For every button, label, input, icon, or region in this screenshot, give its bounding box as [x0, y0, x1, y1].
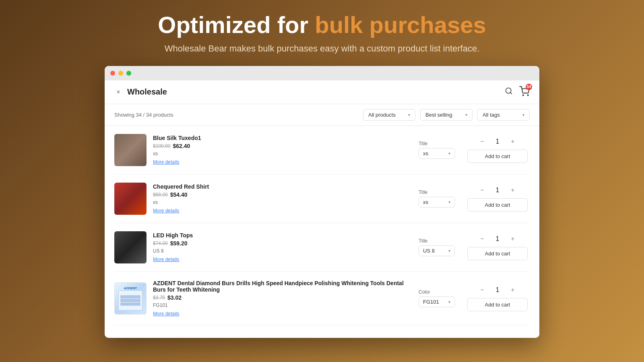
- product-pricing: $68.00 $54.40: [153, 191, 412, 198]
- product-row: Chequered Red Shirt $68.00 $54.40 xs Mor…: [114, 175, 530, 223]
- variant-select[interactable]: xs ▾: [419, 197, 455, 208]
- hero-subtitle: Wholesale Bear makes bulk purchases easy…: [158, 43, 486, 54]
- browser-dot-green[interactable]: [126, 71, 131, 76]
- qty-decrease-button[interactable]: −: [477, 234, 487, 244]
- close-button[interactable]: ×: [114, 88, 122, 96]
- hero-title: Optimized for bulk purchases: [158, 12, 486, 38]
- product-info: AZDENT Dental Diamond Burs Drills High S…: [153, 280, 412, 317]
- price-sale: $59.20: [170, 240, 188, 247]
- more-details-link[interactable]: More details: [153, 257, 179, 262]
- filter-bar: Showing 34 / 34 products All products ▾ …: [105, 104, 539, 126]
- qty-value: 1: [493, 286, 502, 294]
- variant-select[interactable]: xs ▾: [419, 148, 455, 159]
- add-to-cart-button[interactable]: Add to cart: [467, 150, 528, 163]
- best-selling-label: Best selling: [425, 112, 452, 118]
- hero-title-accent: bulk purchases: [315, 12, 486, 38]
- qty-value: 1: [493, 138, 502, 145]
- best-selling-filter[interactable]: Best selling ▾: [420, 109, 473, 121]
- add-to-cart-button[interactable]: Add to cart: [467, 247, 528, 260]
- product-name: Chequered Red Shirt: [153, 183, 412, 190]
- variant-select[interactable]: US 8 ▾: [419, 245, 455, 256]
- product-qty-cart: − 1 + Add to cart: [465, 137, 530, 163]
- variant-value: xs: [423, 199, 428, 205]
- product-row: LED High Tops $74.00 $59.20 US 8 More de…: [114, 223, 530, 272]
- cart-badge: 54: [526, 84, 532, 90]
- qty-decrease-button[interactable]: −: [477, 137, 487, 146]
- price-sale: $3.02: [167, 294, 182, 301]
- svg-point-3: [528, 95, 528, 95]
- add-to-cart-button[interactable]: Add to cart: [467, 198, 528, 212]
- product-info: LED High Tops $74.00 $59.20 US 8 More de…: [153, 232, 412, 263]
- all-products-filter[interactable]: All products ▾: [363, 109, 415, 121]
- product-info: Blue Silk Tuxedo1 $100.00 $62.40 xs More…: [153, 135, 412, 165]
- product-image: [114, 183, 147, 215]
- variant-value: xs: [423, 150, 428, 156]
- product-variant-text: xs: [153, 200, 412, 205]
- product-variant-text: xs: [153, 151, 412, 156]
- price-original: $3.75: [153, 295, 165, 300]
- add-to-cart-button[interactable]: Add to cart: [467, 298, 528, 311]
- chevron-down-icon: ▾: [408, 113, 410, 117]
- qty-increase-button[interactable]: +: [508, 285, 518, 295]
- product-name: AZDENT Dental Diamond Burs Drills High S…: [153, 280, 412, 293]
- qty-increase-button[interactable]: +: [508, 137, 518, 146]
- svg-point-2: [523, 95, 524, 95]
- all-tags-label: All tags: [483, 112, 500, 118]
- product-variant-selector: Title US 8 ▾: [419, 238, 459, 256]
- product-variant-text: US 8: [153, 248, 412, 254]
- product-qty-cart: − 1 + Add to cart: [465, 185, 530, 212]
- qty-increase-button[interactable]: +: [508, 185, 518, 195]
- app-title: Wholesale: [127, 87, 167, 97]
- variant-label: Title: [419, 189, 427, 195]
- price-original: $68.00: [153, 192, 168, 197]
- app-header: × Wholesale 54: [105, 80, 539, 104]
- product-row: Blue Silk Tuxedo1 $100.00 $62.40 xs More…: [114, 126, 530, 175]
- browser-titlebar: [105, 66, 539, 80]
- app-header-right: 54: [505, 86, 530, 98]
- browser-window: × Wholesale 54: [105, 66, 539, 338]
- qty-control: − 1 +: [477, 234, 518, 244]
- variant-value: FG101: [423, 299, 439, 305]
- price-original: $100.00: [153, 143, 170, 149]
- product-variant-selector: Title xs ▾: [419, 189, 459, 208]
- price-sale: $54.40: [170, 191, 188, 198]
- qty-control: − 1 +: [477, 137, 518, 146]
- search-icon[interactable]: [505, 87, 513, 97]
- more-details-link[interactable]: More details: [153, 208, 179, 214]
- browser-dot-yellow[interactable]: [118, 71, 123, 76]
- product-qty-cart: − 1 + Add to cart: [465, 234, 530, 260]
- qty-decrease-button[interactable]: −: [477, 285, 487, 295]
- qty-value: 1: [493, 235, 502, 243]
- chevron-down-icon: ▾: [448, 200, 450, 204]
- browser-dot-red[interactable]: [110, 71, 115, 76]
- variant-label: Title: [419, 238, 427, 244]
- more-details-link[interactable]: More details: [153, 159, 179, 165]
- variant-value: US 8: [423, 248, 435, 254]
- qty-control: − 1 +: [477, 285, 518, 295]
- qty-increase-button[interactable]: +: [508, 234, 518, 244]
- app-header-left: × Wholesale: [114, 87, 167, 97]
- product-image: AZDENT: [114, 282, 147, 315]
- qty-value: 1: [493, 187, 502, 194]
- product-name: LED High Tops: [153, 232, 412, 239]
- chevron-down-icon: ▾: [448, 151, 450, 156]
- variant-label: Title: [419, 141, 427, 146]
- qty-decrease-button[interactable]: −: [477, 185, 487, 195]
- chevron-down-icon: ▾: [448, 300, 450, 304]
- all-products-label: All products: [368, 112, 396, 118]
- product-qty-cart: − 1 + Add to cart: [465, 285, 530, 311]
- product-row: AZDENT AZDENT Dental Diamond Burs Drills…: [114, 272, 530, 325]
- more-details-link[interactable]: More details: [153, 311, 179, 317]
- product-pricing: $100.00 $62.40: [153, 143, 412, 149]
- hero-title-prefix: Optimized for: [158, 12, 315, 38]
- chevron-down-icon: ▾: [448, 249, 450, 253]
- all-tags-filter[interactable]: All tags ▾: [477, 109, 530, 121]
- chevron-down-icon: ▾: [522, 113, 524, 117]
- variant-select[interactable]: FG101 ▾: [419, 296, 455, 307]
- price-original: $74.00: [153, 241, 168, 246]
- product-variant-text: FG101: [153, 302, 412, 308]
- cart-button[interactable]: 54: [519, 86, 530, 98]
- showing-text: Showing 34 / 34 products: [114, 112, 358, 118]
- svg-line-1: [510, 93, 512, 94]
- product-variant-selector: Title xs ▾: [419, 141, 459, 159]
